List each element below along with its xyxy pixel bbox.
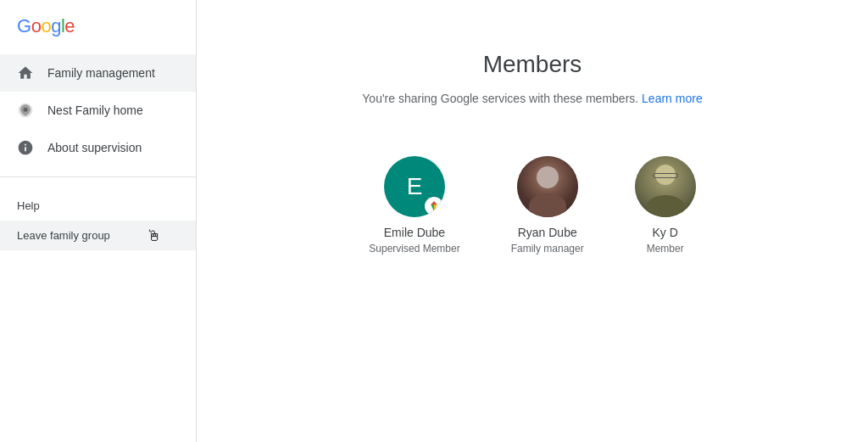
about-supervision-label: About supervision [47,141,142,154]
member-card-ryan-dube: Ryan Dube Family manager [511,156,584,255]
avatar-initials-emile: E [407,173,423,200]
sidebar-item-help[interactable]: Help [0,191,196,221]
avatar-ky [635,156,696,217]
main-nav: Family management Nest Family home About… [0,54,196,166]
subtitle-text: You're sharing Google services with thes… [362,92,638,105]
nest-icon [17,102,34,119]
home-icon [17,64,34,81]
members-list: E Emile Dube Supervised Member [369,156,695,255]
member-role-ryan: Family manager [511,243,584,255]
member-role-ky: Member [647,243,684,255]
members-subtitle: You're sharing Google services with thes… [362,92,702,105]
logo-o1: o [31,15,42,37]
help-label: Help [17,199,40,212]
cursor-indicator: 🖱 [147,227,162,245]
sidebar-item-family-management[interactable]: Family management [0,54,196,92]
sidebar-item-about-supervision[interactable]: About supervision [0,129,196,166]
member-card-emile-dube: E Emile Dube Supervised Member [369,156,459,255]
sidebar-item-nest-family-home[interactable]: Nest Family home [0,92,196,129]
svg-point-1 [24,108,28,112]
learn-more-link[interactable]: Learn more [642,92,703,105]
logo-e: e [64,15,75,37]
members-title: Members [483,51,582,78]
logo-g2: g [51,15,61,37]
avatar-ryan [517,156,578,217]
member-name-ky: Ky D [653,226,678,239]
sidebar-item-leave-family-group[interactable]: Leave family group 🖱 [0,221,196,250]
member-card-ky-d: Ky D Member [635,156,696,255]
family-management-label: Family management [47,66,155,80]
avatar-emile: E [384,156,445,217]
info-icon [17,139,34,156]
logo-g: G [17,15,31,37]
member-name-emile: Emile Dube [384,226,445,239]
sidebar-bottom: Help Leave family group 🖱 [0,191,196,250]
leave-family-group-label: Leave family group [17,229,110,242]
sidebar: Google Family management Nest Family hom… [0,0,197,442]
main-content: Members You're sharing Google services w… [197,0,868,442]
nest-family-home-label: Nest Family home [47,104,143,117]
member-role-emile: Supervised Member [369,243,459,255]
nav-divider [0,176,196,177]
google-logo-container: Google [0,0,196,51]
logo-o2: o [41,15,51,37]
google-pay-badge [425,197,443,215]
google-logo: Google [17,15,75,37]
member-name-ryan: Ryan Dube [518,226,577,239]
